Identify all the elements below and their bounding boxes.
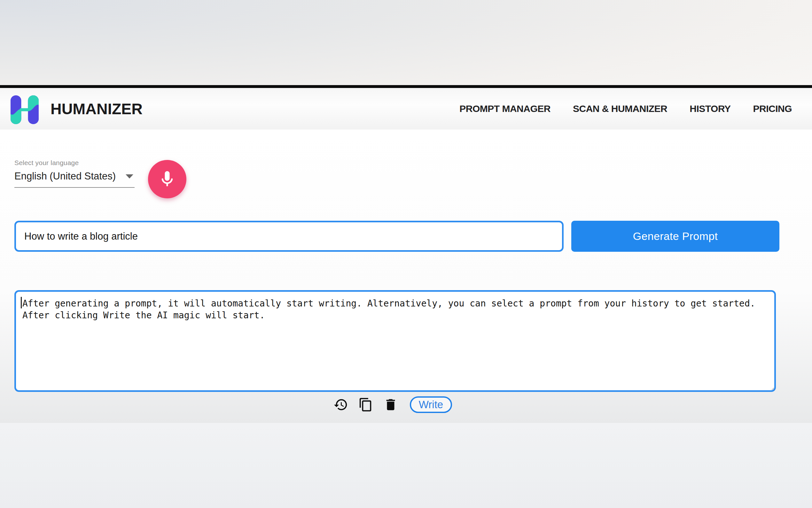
- writing-area[interactable]: After generating a prompt, it will autom…: [14, 290, 776, 392]
- copy-button[interactable]: [358, 397, 373, 412]
- top-divider: [0, 85, 812, 88]
- nav-history[interactable]: HISTORY: [689, 103, 730, 114]
- editor-actions: Write: [0, 396, 799, 413]
- hero-band: [0, 0, 812, 85]
- language-label: Select your language: [14, 159, 135, 167]
- nav-prompt-manager[interactable]: PROMPT MANAGER: [460, 103, 551, 114]
- nav-scan-humanizer[interactable]: SCAN & HUMANIZER: [573, 103, 667, 114]
- copy-icon: [359, 397, 373, 412]
- delete-button[interactable]: [383, 397, 398, 412]
- history-icon: [333, 397, 348, 412]
- nav-pricing[interactable]: PRICING: [753, 103, 792, 114]
- language-select[interactable]: English (United States): [14, 170, 135, 188]
- write-button[interactable]: Write: [410, 396, 452, 413]
- header: HUMANIZER PROMPT MANAGER SCAN & HUMANIZE…: [0, 88, 812, 130]
- history-button[interactable]: [333, 397, 348, 412]
- prompt-topic-input[interactable]: [14, 221, 564, 252]
- footer-band: [0, 423, 812, 508]
- brand[interactable]: HUMANIZER: [10, 92, 143, 125]
- humanizer-logo-icon: [10, 94, 40, 125]
- chevron-down-icon: [126, 174, 133, 178]
- language-block: Select your language English (United Sta…: [14, 159, 135, 188]
- editor-wrap: After generating a prompt, it will autom…: [14, 290, 776, 392]
- brand-name: HUMANIZER: [50, 100, 143, 118]
- page: HUMANIZER PROMPT MANAGER SCAN & HUMANIZE…: [0, 0, 812, 508]
- main-content: Select your language English (United Sta…: [0, 130, 812, 423]
- main-nav: PROMPT MANAGER SCAN & HUMANIZER HISTORY …: [460, 103, 792, 114]
- generate-prompt-button[interactable]: Generate Prompt: [571, 221, 779, 252]
- trash-icon: [383, 397, 398, 412]
- voice-input-button[interactable]: [148, 160, 186, 198]
- microphone-icon: [158, 170, 177, 189]
- language-selected-value: English (United States): [14, 170, 116, 182]
